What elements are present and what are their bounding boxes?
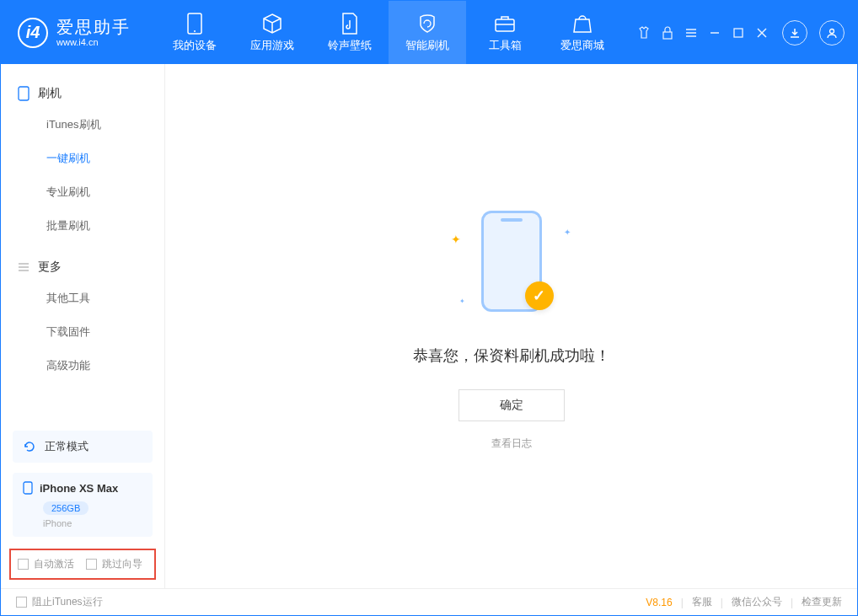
nav-label: 我的设备 xyxy=(173,38,217,53)
success-message: 恭喜您，保资料刷机成功啦！ xyxy=(413,345,610,366)
window-controls xyxy=(635,20,845,46)
section-title: 刷机 xyxy=(38,86,62,101)
checkbox-label: 阻止iTunes运行 xyxy=(32,595,103,609)
svg-point-1 xyxy=(194,30,196,32)
wechat-link[interactable]: 微信公众号 xyxy=(732,595,782,609)
device-card[interactable]: iPhone XS Max 256GB iPhone xyxy=(13,473,153,537)
status-text: 正常模式 xyxy=(45,439,88,454)
svg-rect-4 xyxy=(663,32,672,39)
sidebar-item-download-firmware[interactable]: 下载固件 xyxy=(46,315,164,349)
nav-store[interactable]: 爱思商城 xyxy=(544,1,621,64)
nav-apps[interactable]: 应用游戏 xyxy=(233,1,311,64)
checkbox-label: 自动激活 xyxy=(34,557,74,571)
footer: 阻止iTunes运行 V8.16 | 客服 | 微信公众号 | 检查更新 xyxy=(1,588,857,615)
sidebar-item-oneclick-flash[interactable]: 一键刷机 xyxy=(46,142,164,175)
menu-icon[interactable] xyxy=(683,24,700,41)
checkbox-label: 跳过向导 xyxy=(102,557,142,571)
svg-rect-9 xyxy=(734,29,743,37)
device-mode-status[interactable]: 正常模式 xyxy=(13,431,153,463)
phone-icon xyxy=(23,481,33,495)
checkbox-icon xyxy=(16,597,27,608)
app-window: i4 爱思助手 www.i4.cn 我的设备 应用游戏 铃声壁纸 智能刷机 xyxy=(0,0,858,616)
nav-label: 铃声壁纸 xyxy=(328,38,372,53)
sidebar-item-other-tools[interactable]: 其他工具 xyxy=(46,281,164,315)
shirt-icon[interactable] xyxy=(635,24,652,41)
svg-rect-13 xyxy=(19,87,29,100)
nav-label: 智能刷机 xyxy=(405,38,449,53)
toolbox-icon xyxy=(494,13,516,35)
svg-rect-2 xyxy=(496,19,514,31)
download-button[interactable] xyxy=(782,20,807,46)
success-illustration: ✦ ✦ ✦ ✓ xyxy=(444,202,579,329)
support-link[interactable]: 客服 xyxy=(692,595,712,609)
device-name: iPhone XS Max xyxy=(40,482,118,495)
nav-label: 爱思商城 xyxy=(560,38,604,53)
lock-icon[interactable] xyxy=(659,24,676,41)
device-capacity: 256GB xyxy=(43,501,88,515)
user-button[interactable] xyxy=(819,20,845,46)
sparkle-icon: ✦ xyxy=(459,297,465,305)
version-label: V8.16 xyxy=(646,597,672,608)
nav-label: 应用游戏 xyxy=(250,38,294,53)
nav-toolbox[interactable]: 工具箱 xyxy=(466,1,544,64)
sidebar: 刷机 iTunes刷机 一键刷机 专业刷机 批量刷机 更多 其他工具 下载固件 … xyxy=(1,64,165,588)
app-subtitle: www.i4.cn xyxy=(56,37,131,48)
sidebar-item-itunes-flash[interactable]: iTunes刷机 xyxy=(46,108,164,142)
checkbox-icon xyxy=(18,559,29,570)
phone-icon xyxy=(184,13,206,35)
highlighted-checkbox-area: 自动激活 跳过向导 xyxy=(9,549,156,580)
sidebar-section-more[interactable]: 更多 xyxy=(1,253,164,281)
view-log-link[interactable]: 查看日志 xyxy=(491,437,532,451)
refresh-icon xyxy=(23,440,36,453)
auto-activate-checkbox[interactable]: 自动激活 xyxy=(18,557,74,571)
minimize-icon[interactable] xyxy=(706,24,723,41)
close-icon[interactable] xyxy=(753,24,770,41)
sidebar-item-pro-flash[interactable]: 专业刷机 xyxy=(46,175,164,209)
ok-button[interactable]: 确定 xyxy=(458,389,565,421)
device-icon xyxy=(18,86,29,101)
skip-guide-checkbox[interactable]: 跳过向导 xyxy=(86,557,142,571)
nav-my-device[interactable]: 我的设备 xyxy=(156,1,233,64)
sidebar-item-batch-flash[interactable]: 批量刷机 xyxy=(46,209,164,243)
sidebar-item-advanced[interactable]: 高级功能 xyxy=(46,349,164,383)
nav-flash[interactable]: 智能刷机 xyxy=(389,1,466,64)
app-logo: i4 爱思助手 www.i4.cn xyxy=(18,17,131,48)
sparkle-icon: ✦ xyxy=(564,228,571,237)
check-update-link[interactable]: 检查更新 xyxy=(802,595,842,609)
music-file-icon xyxy=(339,13,361,35)
sparkle-icon: ✦ xyxy=(451,233,461,246)
bag-icon xyxy=(571,13,593,35)
device-type: iPhone xyxy=(43,518,142,528)
svg-rect-17 xyxy=(24,482,32,494)
app-title: 爱思助手 xyxy=(56,17,131,37)
body: 刷机 iTunes刷机 一键刷机 专业刷机 批量刷机 更多 其他工具 下载固件 … xyxy=(1,64,857,588)
list-icon xyxy=(18,261,29,273)
cube-icon xyxy=(261,13,283,35)
shield-refresh-icon xyxy=(416,13,438,35)
checkmark-badge-icon: ✓ xyxy=(525,281,554,310)
nav-label: 工具箱 xyxy=(489,38,522,53)
sidebar-section-flash[interactable]: 刷机 xyxy=(1,79,164,108)
nav-ringtones[interactable]: 铃声壁纸 xyxy=(311,1,389,64)
svg-point-12 xyxy=(830,29,834,33)
maximize-icon[interactable] xyxy=(730,24,747,41)
titlebar: i4 爱思助手 www.i4.cn 我的设备 应用游戏 铃声壁纸 智能刷机 xyxy=(1,1,857,64)
checkbox-icon xyxy=(86,559,97,570)
top-nav: 我的设备 应用游戏 铃声壁纸 智能刷机 工具箱 爱思商城 xyxy=(156,1,621,64)
logo-icon: i4 xyxy=(18,18,48,48)
section-title: 更多 xyxy=(38,260,62,275)
main-content: ✦ ✦ ✦ ✓ 恭喜您，保资料刷机成功啦！ 确定 查看日志 xyxy=(165,64,857,588)
block-itunes-checkbox[interactable]: 阻止iTunes运行 xyxy=(16,595,103,609)
